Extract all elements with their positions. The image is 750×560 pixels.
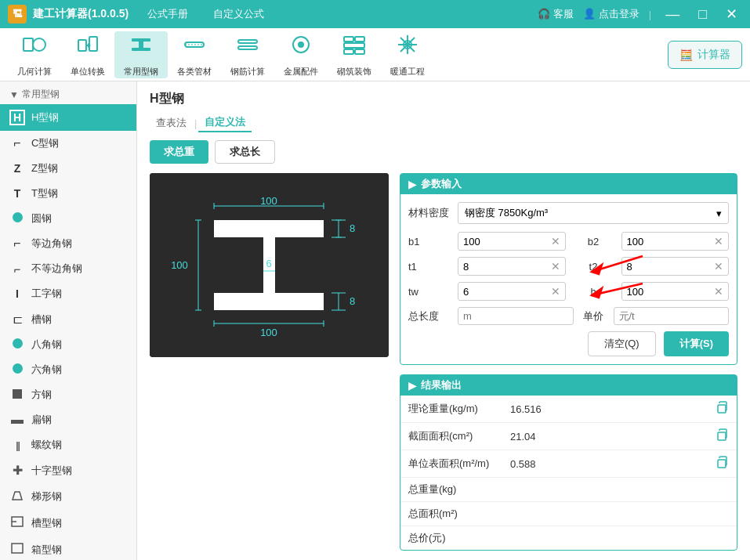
title-menu: 公式手册 自定义公式 [135, 1, 277, 27]
metal-icon [288, 32, 313, 63]
svg-point-1 [33, 38, 45, 51]
clear-all-btn[interactable]: 清空(Q) [588, 331, 656, 356]
toolbar-unit-label: 单位转换 [71, 66, 105, 78]
b2-field[interactable] [627, 236, 715, 247]
svg-rect-55 [718, 432, 726, 440]
sidebar-item-channel[interactable]: ⊏ 槽钢 [0, 306, 136, 332]
calculator-big-btn[interactable]: 🧮 计算器 [668, 41, 742, 69]
calc-icon: 🧮 [679, 49, 693, 61]
minimize-btn[interactable]: — [661, 5, 684, 24]
label-unit-price: 单价 [580, 309, 607, 323]
sidebar-item-flat-steel[interactable]: 扁钢 [0, 407, 136, 432]
input-b1[interactable]: ✕ [458, 232, 566, 251]
copy-btn-2[interactable] [715, 455, 729, 472]
h-steel-icon: H [9, 110, 25, 125]
sidebar-item-cross[interactable]: ✚ 十字型钢 [0, 457, 136, 483]
params-header: ▶ 参数输入 [400, 174, 737, 194]
i-steel-icon: I [9, 287, 25, 300]
sidebar-item-angle-unequal[interactable]: ⌐ 不等边角钢 [0, 256, 136, 281]
t1-field[interactable] [463, 261, 551, 273]
sidebar-item-t-steel[interactable]: T T型钢 [0, 181, 136, 206]
sidebar-item-i-steel[interactable]: I 工字钢 [0, 281, 136, 306]
total-length-field[interactable] [463, 310, 568, 322]
svg-rect-16 [355, 37, 364, 42]
copy-btn-1[interactable] [715, 428, 729, 445]
t2-field[interactable] [627, 261, 715, 273]
sidebar-item-round-steel[interactable]: 圆钢 [0, 206, 136, 231]
h-field[interactable] [627, 286, 715, 298]
toolbar-unit[interactable]: 单位转换 [61, 31, 114, 78]
maximize-btn[interactable]: □ [694, 5, 712, 24]
result-label-2: 单位表面积(m²/m) [408, 457, 510, 471]
menu-custom[interactable]: 自定义公式 [201, 1, 277, 27]
input-b2[interactable]: ✕ [621, 232, 730, 251]
sidebar-item-octagon[interactable]: 八角钢 [0, 332, 136, 357]
copy-btn-0[interactable] [715, 400, 729, 417]
toolbar-geo[interactable]: 几何计算 [8, 31, 61, 78]
content-body: 100 8 100 6 [150, 173, 737, 560]
svg-rect-17 [344, 43, 364, 48]
label-b2: b2 [572, 236, 615, 247]
toolbar-rebar[interactable]: 钢筋计算 [221, 31, 274, 78]
params-body: 材料密度 钢密度 7850Kg/m³ ▾ b1 ✕ [400, 194, 737, 364]
clear-t1-icon[interactable]: ✕ [551, 260, 560, 273]
toolbar-metal[interactable]: 金属配件 [274, 31, 328, 78]
tab-table[interactable]: 查表法 [150, 114, 193, 132]
params-title: 参数输入 [421, 177, 462, 191]
input-t1[interactable]: ✕ [458, 257, 566, 276]
calc-btn-label: 计算器 [697, 48, 730, 62]
unit-price-field[interactable] [619, 310, 724, 322]
steel-icon [129, 32, 154, 63]
sidebar-item-rebar[interactable]: ||| 螺纹钢 [0, 432, 136, 457]
sidebar-item-z-steel[interactable]: Z Z型钢 [0, 156, 136, 181]
sidebar-item-box-steel[interactable]: 箱型钢 [0, 537, 136, 560]
login-btn[interactable]: 👤 点击登录 [583, 7, 639, 21]
calc-total-length-btn[interactable]: 求总长 [215, 140, 275, 164]
tab-custom[interactable]: 自定义法 [198, 114, 252, 132]
compute-btn[interactable]: 计算(S) [664, 331, 729, 356]
toolbar-masonry[interactable]: 砌筑装饰 [328, 31, 381, 78]
sidebar-label-h: H型钢 [31, 110, 59, 125]
tw-field[interactable] [463, 286, 551, 298]
right-panel: ▶ 参数输入 材料密度 钢密度 7850Kg/m³ ▾ [400, 173, 737, 560]
svg-rect-3 [89, 37, 97, 51]
title-bar: 🏗 建工计算器(1.0.0.5) 公式手册 自定义公式 🎧 客服 👤 点击登录 … [0, 0, 750, 28]
sidebar-item-trapezoid[interactable]: 梯形钢 [0, 483, 136, 510]
title-bar-right: 🎧 客服 👤 点击登录 | — □ ✕ [538, 4, 742, 24]
input-t2[interactable]: ✕ [621, 257, 730, 276]
calc-total-weight-btn[interactable]: 求总重 [150, 140, 208, 164]
clear-b2-icon[interactable]: ✕ [714, 235, 723, 247]
app-title: 建工计算器(1.0.0.5) [33, 7, 129, 21]
sidebar-item-square-steel[interactable]: 方钢 [0, 382, 136, 407]
input-h[interactable]: ✕ [621, 282, 730, 301]
toolbar-masonry-label: 砌筑装饰 [337, 66, 371, 78]
clear-t2-icon[interactable]: ✕ [714, 260, 723, 273]
material-select[interactable]: 钢密度 7850Kg/m³ ▾ [458, 202, 729, 224]
clear-tw-icon[interactable]: ✕ [551, 285, 560, 298]
toolbar-hvac[interactable]: 暖通工程 [381, 31, 434, 78]
result-label-5: 总价(元) [408, 531, 510, 545]
dropdown-arrow-icon: ▾ [716, 208, 722, 219]
result-label-1: 截面面积(cm²) [408, 429, 510, 443]
clear-h-icon[interactable]: ✕ [714, 285, 723, 298]
sidebar-item-hexagon[interactable]: 六角钢 [0, 357, 136, 382]
sidebar-item-h-steel[interactable]: H H型钢 [0, 104, 136, 131]
z-steel-icon: Z [9, 162, 25, 175]
b1-field[interactable] [463, 236, 551, 247]
input-unit-price[interactable] [614, 307, 730, 325]
sidebar-item-c-steel[interactable]: ⌐ C型钢 [0, 131, 136, 156]
toolbar-pipe[interactable]: 各类管材 [168, 31, 221, 78]
sidebar-item-channel-box[interactable]: 槽型钢 [0, 510, 136, 537]
param-row-t: t1 ✕ t2 ✕ [408, 257, 729, 276]
menu-formula[interactable]: 公式手册 [135, 1, 201, 27]
clear-b1-icon[interactable]: ✕ [551, 235, 560, 247]
sidebar-label-hexagon: 六角钢 [31, 363, 62, 377]
sidebar-item-angle-equal[interactable]: ⌐ 等边角钢 [0, 231, 136, 256]
toolbar-steel[interactable]: 常用型钢 [114, 31, 168, 78]
customer-service[interactable]: 🎧 客服 [538, 7, 574, 21]
results-header: ▶ 结果输出 [400, 375, 737, 396]
close-btn[interactable]: ✕ [721, 4, 742, 24]
input-total-length[interactable] [458, 307, 574, 325]
input-tw[interactable]: ✕ [458, 282, 566, 301]
toolbar-steel-label: 常用型钢 [124, 66, 158, 78]
